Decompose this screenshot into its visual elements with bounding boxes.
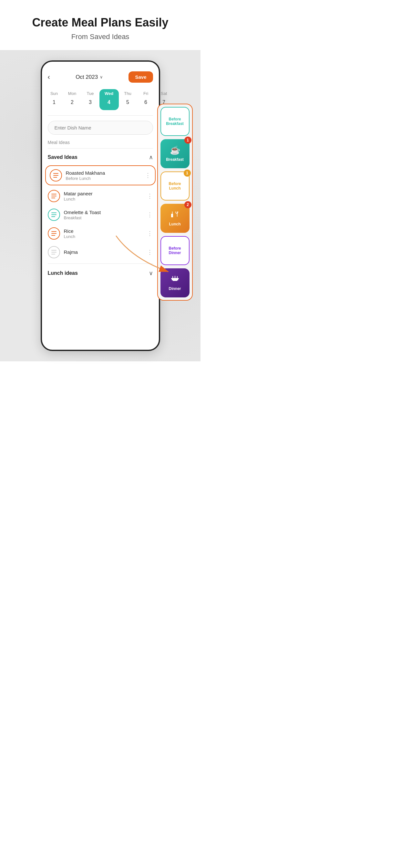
month-selector[interactable]: Oct 2023 ∨ <box>75 74 103 81</box>
meal-time: Before Lunch <box>66 176 141 181</box>
lunch-ideas-header[interactable]: Lunch ideas ∨ <box>42 266 159 279</box>
hero-section: Create Meal Plans Easily From Saved Idea… <box>0 0 201 50</box>
cal-day-wed-active[interactable]: Wed 4 <box>99 89 119 110</box>
divider2 <box>48 148 153 149</box>
cal-day-tue[interactable]: Tue 3 <box>81 89 99 110</box>
lunch-ideas-title: Lunch ideas <box>48 270 78 276</box>
meal-more-icon[interactable]: ⋮ <box>147 211 153 218</box>
day-num: 3 <box>85 97 96 108</box>
category-label: BeforeLunch <box>168 182 181 191</box>
lunch-icon <box>171 210 180 220</box>
category-label: Breakfast <box>166 157 184 162</box>
meal-name: Rajma <box>64 249 143 255</box>
day-num: 2 <box>66 97 78 108</box>
saved-ideas-header[interactable]: Saved Ideas ∧ <box>42 151 159 164</box>
day-name: Sun <box>50 91 58 96</box>
meal-info: Rajma <box>64 249 143 255</box>
category-lunch[interactable]: 2 Lunch <box>160 204 189 233</box>
meal-name: Omelette & Toast <box>64 210 143 215</box>
meal-more-icon[interactable]: ⋮ <box>147 249 153 256</box>
category-badge: 1 <box>184 136 191 144</box>
meal-name: Rice <box>64 228 143 234</box>
category-before-lunch[interactable]: 1 BeforeLunch <box>160 172 189 200</box>
svg-rect-7 <box>175 276 175 278</box>
breakfast-icon: ☕ <box>170 145 180 155</box>
cal-day-sun[interactable]: Sun 1 <box>45 89 63 110</box>
meal-more-icon[interactable]: ⋮ <box>147 230 153 237</box>
dish-input[interactable] <box>48 121 153 135</box>
category-label: Dinner <box>168 286 181 291</box>
month-label: Oct 2023 <box>75 74 98 81</box>
meal-item-matar-paneer[interactable]: Matar paneer Lunch ⋮ <box>42 187 159 206</box>
expand-icon: ∨ <box>149 270 153 277</box>
meal-info: Roasted Makhana Before Lunch <box>66 170 141 181</box>
cal-day-mon[interactable]: Mon 2 <box>63 89 81 110</box>
meal-more-icon[interactable]: ⋮ <box>145 172 151 179</box>
app-header: ‹ Oct 2023 ∨ Save <box>42 68 159 87</box>
meal-item-omelette-toast[interactable]: Omelette & Toast Breakfast ⋮ <box>42 206 159 224</box>
meal-more-icon[interactable]: ⋮ <box>147 192 153 199</box>
meal-time: Lunch <box>64 197 143 202</box>
day-num: 5 <box>122 97 134 108</box>
svg-rect-3 <box>171 278 179 279</box>
day-num: 6 <box>140 97 152 108</box>
category-label: BeforeBreakfast <box>166 117 184 126</box>
meal-icon <box>48 190 60 202</box>
bottom-spacer <box>42 279 159 291</box>
collapse-icon: ∧ <box>149 154 153 161</box>
svg-rect-8 <box>177 276 178 278</box>
meal-icon <box>48 209 60 221</box>
svg-rect-4 <box>172 279 178 280</box>
day-name: Tue <box>87 91 94 96</box>
back-button[interactable]: ‹ <box>48 73 50 82</box>
category-badge: 2 <box>184 201 191 208</box>
day-name: Mon <box>68 91 76 96</box>
day-name: Wed <box>104 91 113 96</box>
save-button[interactable]: Save <box>128 71 153 83</box>
category-label: Lunch <box>169 222 181 226</box>
svg-rect-0 <box>171 214 173 217</box>
divider3 <box>48 264 153 264</box>
svg-rect-6 <box>173 276 173 278</box>
day-name: Thu <box>124 91 131 96</box>
phone-frame: ‹ Oct 2023 ∨ Save Sun 1 Mon 2 <box>41 60 160 351</box>
meal-info: Omelette & Toast Breakfast <box>64 210 143 220</box>
day-num: 1 <box>49 97 60 108</box>
phone-section: ‹ Oct 2023 ∨ Save Sun 1 Mon 2 <box>0 50 201 361</box>
hero-subtitle: From Saved Ideas <box>8 33 193 41</box>
saved-ideas-title: Saved Ideas <box>48 154 78 160</box>
category-before-breakfast[interactable]: BeforeBreakfast <box>160 107 189 136</box>
day-num: 4 <box>103 97 115 108</box>
day-name: Sat <box>161 91 167 96</box>
category-badge: 1 <box>184 169 191 177</box>
svg-rect-5 <box>173 280 177 281</box>
meal-info: Rice Lunch <box>64 228 143 239</box>
svg-rect-2 <box>177 212 178 217</box>
chevron-down-icon: ∨ <box>100 74 103 80</box>
meal-ideas-label: Meal Ideas <box>42 138 159 146</box>
hero-title: Create Meal Plans Easily <box>8 16 193 29</box>
category-before-dinner[interactable]: BeforeDinner <box>160 236 189 265</box>
meal-info: Matar paneer Lunch <box>64 191 143 202</box>
meal-name: Matar paneer <box>64 191 143 196</box>
dish-input-wrap <box>42 116 159 138</box>
category-breakfast[interactable]: 1 ☕ Breakfast <box>160 139 189 168</box>
meal-item-rice[interactable]: Rice Lunch ⋮ <box>42 224 159 243</box>
svg-rect-1 <box>172 212 173 214</box>
meal-icon <box>48 246 60 258</box>
meal-icon <box>48 227 60 240</box>
category-dinner[interactable]: Dinner <box>160 268 189 298</box>
meal-icon <box>50 169 62 182</box>
day-name: Fri <box>143 91 148 96</box>
meal-name: Roasted Makhana <box>66 170 141 176</box>
meal-item-rajma[interactable]: Rajma ⋮ <box>42 243 159 261</box>
calendar-row: Sun 1 Mon 2 Tue 3 Wed 4 <box>42 87 159 115</box>
meal-item-roasted-makhana[interactable]: Roasted Makhana Before Lunch ⋮ <box>45 165 156 185</box>
meal-time: Lunch <box>64 234 143 239</box>
meal-time: Breakfast <box>64 215 143 220</box>
sidebar-categories: BeforeBreakfast 1 ☕ Breakfast 1 BeforeLu… <box>157 104 193 301</box>
cal-day-thu[interactable]: Thu 5 <box>119 89 137 110</box>
category-label: BeforeDinner <box>168 246 181 255</box>
cal-day-fri[interactable]: Fri 6 <box>137 89 155 110</box>
dinner-icon <box>170 275 180 284</box>
